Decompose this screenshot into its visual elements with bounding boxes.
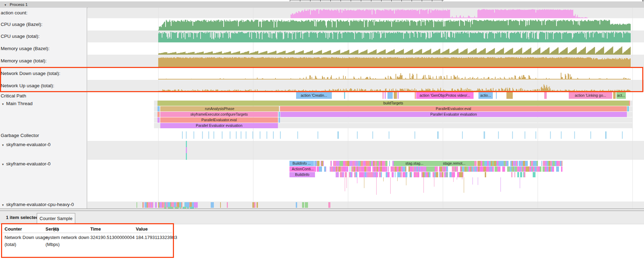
track-label: skyframe-evaluator-cpu-heavy-0 — [6, 202, 74, 207]
sidebar-item-skyframe-evaluator-0[interactable]: ▾skyframe-evaluator-0 — [0, 160, 50, 167]
sidebar-item-network-up-usage-total: Network Up usage (total): — [0, 80, 54, 92]
selection-status: 1 item selected. — [6, 211, 40, 224]
sidebar-item-garbage-collector: Garbage Collector — [0, 130, 39, 141]
cell-series-line1: system network down — [46, 234, 89, 241]
track-label: skyframe-evaluator-0 — [6, 142, 51, 147]
track-label: Garbage Collector — [1, 133, 39, 138]
track-label: Network Down usage (total): — [1, 71, 60, 76]
details-panel: 1 item selected. Counter Sample (1) Coun… — [0, 211, 644, 260]
cell-counter-line2: (total) — [5, 241, 16, 248]
sidebar-item-main-thread[interactable]: ▾Main Thread — [0, 100, 33, 107]
chevron-down-icon[interactable]: ▾ — [2, 141, 4, 149]
track-sidebar: action count:CPU usage (Bazel):CPU usage… — [0, 8, 87, 208]
track-label: Network Up usage (total): — [1, 83, 54, 88]
cell-time: 324190.51300000004 — [90, 234, 135, 241]
track-label: Memory usage (Bazel): — [1, 46, 50, 51]
chevron-down-icon[interactable]: ▾ — [2, 201, 4, 209]
sidebar-item-skyframe-evaluator-cpu-heavy-0[interactable]: ▾skyframe-evaluator-cpu-heavy-0 — [0, 201, 74, 208]
sidebar-item-memory-usage-total: Memory usage (total): — [0, 55, 47, 67]
track-label: Critical Path — [1, 93, 26, 98]
chevron-down-icon[interactable]: ▾ — [2, 161, 4, 168]
trace-viewer: ▾ Process 1 action 'Creatin...action 'Ge… — [0, 0, 644, 260]
track-label: Main Thread — [6, 101, 33, 106]
col-header-counter[interactable]: Counter — [5, 226, 22, 233]
details-tabstrip: 1 item selected. Counter Sample (1) — [0, 211, 644, 224]
sidebar-item-cpu-usage-bazel: CPU usage (Bazel): — [0, 18, 42, 30]
cell-counter-line1: Network Down usage — [5, 234, 48, 241]
track-label: action count: — [1, 10, 28, 15]
chevron-down-icon[interactable]: ▾ — [2, 101, 4, 108]
sidebar-item-skyframe-evaluator-0[interactable]: ▾skyframe-evaluator-0 — [0, 141, 50, 149]
track-label: skyframe-evaluator-0 — [6, 161, 51, 166]
track-label: CPU usage (total): — [1, 34, 40, 39]
sidebar-item-critical-path: Critical Path — [0, 92, 26, 100]
col-header-value[interactable]: Value — [136, 226, 148, 233]
sidebar-item-action-count: action count: — [0, 8, 28, 18]
sidebar-item-cpu-usage-total: CPU usage (total): — [0, 30, 40, 42]
table-header-divider — [3, 233, 172, 233]
tab-counter-sample[interactable]: Counter Sample (1) — [37, 213, 75, 224]
cell-series-line2: (Mbps) — [46, 241, 59, 248]
track-label: Memory usage (total): — [1, 58, 47, 63]
sidebar-item-network-down-usage-total: Network Down usage (total): — [0, 67, 60, 80]
col-header-time[interactable]: Time — [90, 226, 101, 233]
sidebar-item-memory-usage-bazel: Memory usage (Bazel): — [0, 42, 50, 55]
cell-value: 184.1793113323983 — [136, 234, 177, 241]
track-label: CPU usage (Bazel): — [1, 22, 42, 27]
panel-splitter[interactable] — [0, 208, 644, 211]
col-header-series[interactable]: Series — [46, 226, 59, 233]
